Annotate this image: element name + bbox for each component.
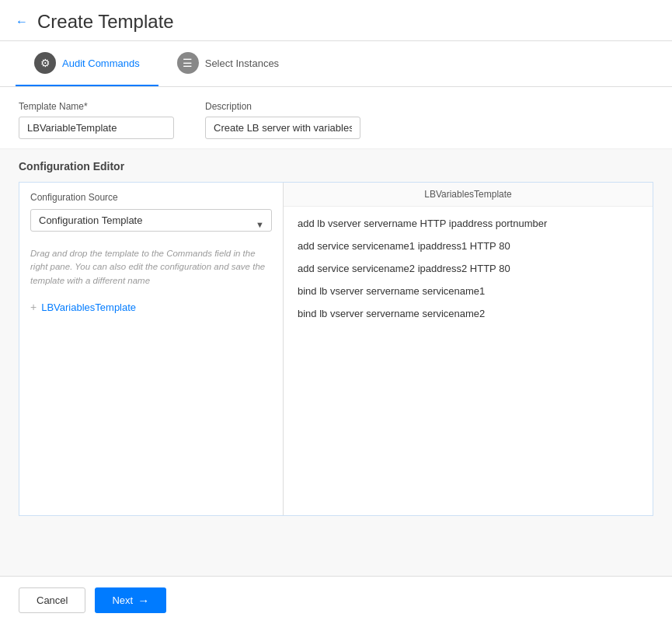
command-line-1: add service servicename1 ipaddress1 HTTP… [298, 240, 639, 252]
select-instances-tab-icon: ☰ [177, 52, 199, 74]
command-line-3: bind lb vserver servername servicename1 [298, 285, 639, 297]
template-name-group: Template Name* [19, 101, 174, 139]
page-footer: Cancel Next → [0, 576, 672, 624]
drag-hint-text: Drag and drop the template to the Comman… [19, 239, 283, 295]
page-title: Create Template [37, 11, 174, 33]
command-line-4: bind lb vserver servername servicename2 [298, 308, 639, 319]
config-section-title: Configuration Editor [19, 160, 653, 173]
description-input[interactable] [205, 117, 360, 139]
commands-list: add lb vserver servername HTTP ipaddress… [284, 207, 653, 330]
config-source-select[interactable]: Configuration Template CLI Commands [30, 209, 272, 232]
config-source-label: Configuration Source [19, 183, 283, 209]
tabs-bar: ⚙ Audit Commands ☰ Select Instances [0, 41, 672, 87]
form-section: Template Name* Description [0, 87, 672, 149]
config-editor-box: Configuration Source Configuration Templ… [19, 182, 653, 516]
config-right-pane: LBVariablesTemplate add lb vserver serve… [284, 183, 653, 515]
audit-commands-tab-label: Audit Commands [62, 58, 140, 69]
description-group: Description [205, 101, 360, 139]
page-header: ← Create Template [0, 0, 672, 41]
page-wrapper: ← Create Template ⚙ Audit Commands ☰ Sel… [0, 0, 672, 624]
template-list-item[interactable]: + LBVariablesTemplate [19, 295, 283, 319]
template-name-label: Template Name* [19, 101, 174, 112]
command-line-2: add service servicename2 ipaddress2 HTTP… [298, 263, 639, 274]
template-item-plus-icon: + [30, 302, 37, 312]
template-item-label: LBVariablesTemplate [41, 302, 136, 313]
cancel-button[interactable]: Cancel [19, 587, 85, 613]
right-pane-header: LBVariablesTemplate [284, 183, 653, 207]
next-button-label: Next [112, 594, 133, 606]
command-line-0: add lb vserver servername HTTP ipaddress… [298, 218, 639, 229]
next-button[interactable]: Next → [95, 587, 166, 613]
config-left-pane: Configuration Source Configuration Templ… [19, 183, 284, 515]
back-icon[interactable]: ← [16, 15, 28, 29]
template-name-input[interactable] [19, 117, 174, 139]
tab-select-instances[interactable]: ☰ Select Instances [158, 41, 298, 86]
config-section: Configuration Editor Configuration Sourc… [0, 149, 672, 576]
config-source-select-wrapper: Configuration Template CLI Commands ▼ [19, 209, 283, 239]
select-instances-tab-label: Select Instances [205, 58, 279, 69]
audit-commands-tab-icon: ⚙ [34, 52, 56, 74]
next-button-arrow-icon: → [138, 594, 149, 607]
description-label: Description [205, 101, 360, 112]
tab-audit-commands[interactable]: ⚙ Audit Commands [16, 41, 158, 86]
